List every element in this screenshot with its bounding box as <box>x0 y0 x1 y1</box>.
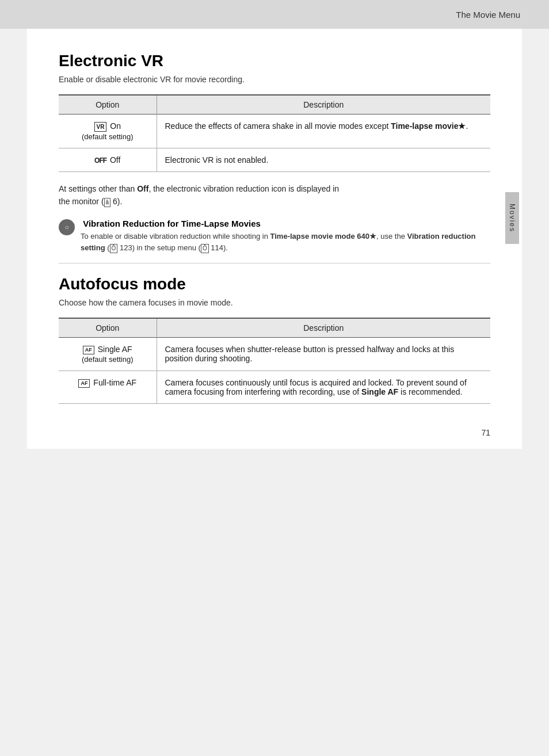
evr-col1-header: Option <box>59 95 157 114</box>
evr-table: Option Description VR On (default settin… <box>59 94 490 172</box>
af-col2-header: Description <box>157 318 490 338</box>
table-row: VR On (default setting) Reduce the effec… <box>59 114 490 148</box>
af-desc-fulltime: Camera focuses continuously until focus … <box>157 371 490 404</box>
info-icon: ○ <box>59 219 75 235</box>
sidebar-label: Movies <box>505 192 519 244</box>
evr-note: At settings other than Off, the electron… <box>59 182 490 208</box>
evr-desc-on: Reduce the effects of camera shake in al… <box>157 114 490 148</box>
evr-col2-header: Description <box>157 95 490 114</box>
inner-page: Electronic VR Enable or disable electron… <box>27 29 522 449</box>
info-content: Vibration Reduction for Time-Lapse Movie… <box>81 219 490 254</box>
header-title: The Movie Menu <box>456 10 520 20</box>
info-body: To enable or disable vibration reduction… <box>81 231 490 254</box>
section1-title: Electronic VR <box>59 52 490 70</box>
fulltime-af-icon: AF <box>78 379 90 388</box>
evr-desc-off: Electronic VR is not enabled. <box>157 148 490 171</box>
off-icon: OFF <box>94 156 106 165</box>
af-table: Option Description AF​​ Single AF (defau… <box>59 318 490 404</box>
af-single-sub: (default setting) <box>82 355 134 364</box>
table-row: OFF Off Electronic VR is not enabled. <box>59 148 490 171</box>
vr-on-icon: VR <box>94 122 107 132</box>
evr-option-on: VR On (default setting) <box>59 114 157 148</box>
ref-114: Ô <box>201 244 209 253</box>
info-title: Vibration Reduction for Time-Lapse Movie… <box>81 219 490 228</box>
af-col1-header: Option <box>59 318 157 338</box>
evr-on-sub: (default setting) <box>82 132 134 141</box>
content-area: Electronic VR Enable or disable electron… <box>27 29 522 449</box>
info-bold1: Time-lapse movie mode 640★ <box>270 232 376 240</box>
ref-123: Ô <box>110 244 118 253</box>
section-divider <box>59 263 490 264</box>
evr-timelapse-bold: Time-lapse movie★ <box>391 121 466 131</box>
vibration-reduction-info: ○ Vibration Reduction for Time-Lapse Mov… <box>59 219 490 254</box>
section2-subtitle: Choose how the camera focuses in movie m… <box>59 298 490 307</box>
table-row: AF​​ Single AF (default setting) Camera … <box>59 338 490 371</box>
ref-icon-6: â <box>104 198 111 207</box>
header-bar: The Movie Menu <box>0 0 549 29</box>
single-af-icon: AF​​ <box>83 346 94 355</box>
note-off-bold: Off <box>137 184 148 193</box>
single-af-bold: Single AF <box>361 387 398 396</box>
evr-option-off: OFF Off <box>59 148 157 171</box>
af-desc-single: Camera focuses when shutter-release butt… <box>157 338 490 371</box>
page-number: 71 <box>481 428 490 437</box>
af-option-fulltime: AF Full-time AF <box>59 371 157 404</box>
section2-title: Autofocus mode <box>59 275 490 293</box>
table-row: AF Full-time AF Camera focuses continuou… <box>59 371 490 404</box>
page-wrapper: The Movie Menu Electronic VR Enable or d… <box>0 0 549 756</box>
af-option-single: AF​​ Single AF (default setting) <box>59 338 157 371</box>
section1-subtitle: Enable or disable electronic VR for movi… <box>59 75 490 84</box>
